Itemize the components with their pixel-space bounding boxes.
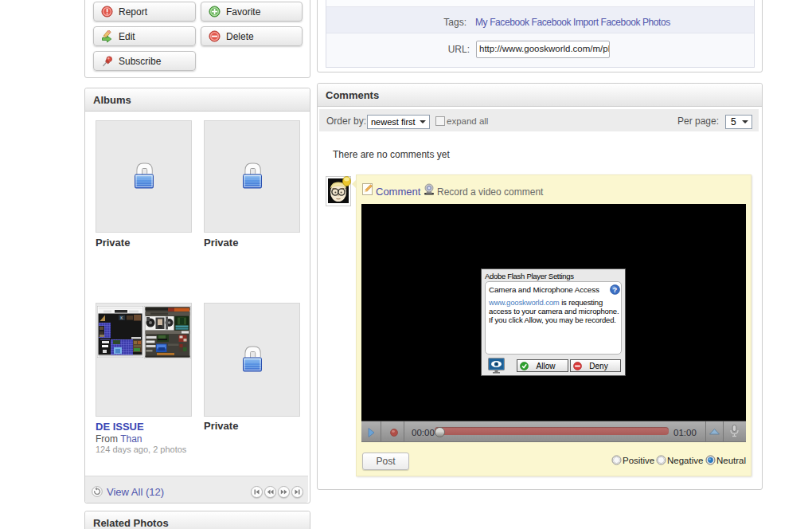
svg-text:?: ? — [613, 285, 618, 294]
